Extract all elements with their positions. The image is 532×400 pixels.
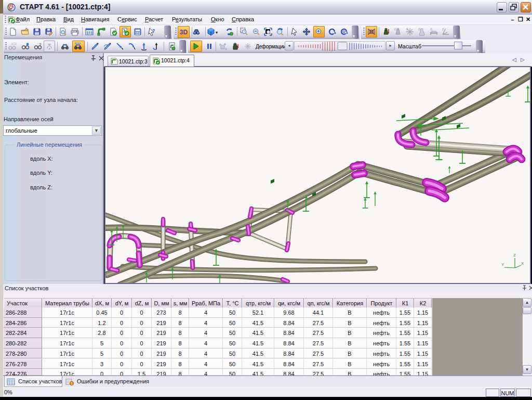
svg-text:?: ? [152, 28, 155, 33]
svg-text:X: X [521, 261, 524, 266]
svg-text:б: б [442, 28, 444, 31]
svg-text:Y: Y [501, 262, 504, 267]
svg-text:б: б [430, 28, 432, 31]
svg-text:б: б [418, 28, 420, 31]
svg-text:?: ? [39, 42, 42, 47]
svg-text:JOI: JOI [11, 42, 17, 46]
svg-text:Z: Z [513, 253, 516, 257]
svg-text:б: б [394, 28, 396, 31]
svg-text:б: б [406, 28, 408, 31]
svg-text:a: a [225, 47, 227, 50]
